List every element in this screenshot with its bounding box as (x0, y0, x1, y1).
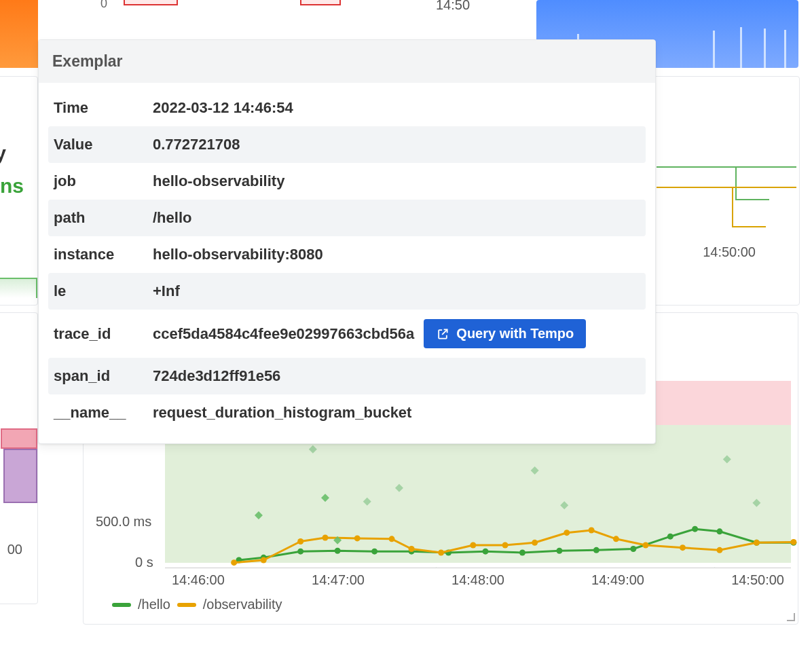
exemplar-row-job: job hello-observability (48, 163, 646, 200)
row-key: path (54, 209, 153, 227)
row-value: +Inf (153, 282, 640, 300)
legend-swatch-observability (177, 603, 196, 607)
row-value: 2022-03-12 14:46:54 (153, 99, 640, 117)
bg-left-stat-panel: y ns (0, 76, 38, 306)
red-bar-1 (124, 0, 178, 5)
bg-top-mini-chart: 0 14:50 (83, 0, 517, 27)
exemplar-row-value: Value 0.772721708 (48, 126, 646, 163)
chart-legend: /hello /observability (112, 597, 282, 612)
row-value: 0.772721708 (153, 136, 640, 153)
y-zero-label: 0 (100, 0, 107, 11)
tooltip-rows: Time 2022-03-12 14:46:54 Value 0.7727217… (39, 83, 655, 443)
y-tick-label: 500.0 ms (96, 514, 151, 530)
row-key: le (54, 282, 153, 300)
stat-text: y (0, 142, 6, 165)
svg-point-3 (335, 548, 341, 554)
svg-point-7 (483, 549, 489, 555)
svg-point-31 (643, 542, 649, 549)
svg-point-34 (754, 540, 760, 546)
bg-right-mini-panel: 14:50:00 (653, 76, 800, 306)
svg-point-25 (470, 542, 476, 549)
exemplar-row-trace-id: trace_id ccef5da4584c4fee9e02997663cbd56… (48, 310, 646, 358)
svg-point-12 (667, 534, 673, 540)
x-tick-label: 14:50:00 (703, 244, 756, 260)
x-tick: 14:48:00 (451, 572, 504, 589)
svg-point-18 (261, 557, 267, 563)
svg-point-11 (630, 546, 636, 552)
query-with-tempo-button[interactable]: Query with Tempo (424, 319, 586, 348)
row-value: hello-observability:8080 (153, 246, 640, 263)
x-tick: 14:49:00 (591, 572, 644, 589)
panel-resize-handle[interactable] (784, 610, 795, 621)
svg-point-14 (716, 528, 722, 534)
x-tick-labels: 14:46:00 14:47:00 14:48:00 14:49:00 14:5… (165, 572, 791, 589)
row-value: 724de3d12ff91e56 (153, 367, 640, 385)
purple-bar (3, 449, 37, 503)
row-value: request_duration_histogram_bucket (153, 404, 640, 422)
svg-point-35 (790, 539, 796, 545)
external-link-icon (436, 327, 449, 341)
x-tick-label: 14:50 (436, 0, 470, 13)
exemplar-row-name: __name__ request_duration_histogram_buck… (48, 394, 646, 431)
stat-unit: ns (0, 174, 24, 198)
legend-swatch-hello (112, 603, 131, 607)
exemplar-row-instance: instance hello-observability:8080 (48, 236, 646, 273)
bg-left-lower-panel: 00 (0, 312, 38, 604)
svg-point-22 (389, 536, 395, 542)
svg-point-27 (532, 540, 538, 546)
x-tick: 14:50:00 (731, 572, 784, 589)
exemplar-tooltip: Exemplar Time 2022-03-12 14:46:54 Value … (38, 39, 656, 444)
row-value: ccef5da4584c4fee9e02997663cbd56a (153, 325, 414, 343)
svg-point-20 (322, 535, 329, 541)
row-key: Value (54, 136, 153, 153)
tooltip-title: Exemplar (39, 40, 655, 83)
svg-point-26 (502, 542, 509, 549)
legend-label: /hello (138, 597, 170, 612)
svg-point-4 (371, 549, 377, 555)
x-tick: 14:47:00 (312, 572, 365, 589)
svg-point-29 (589, 528, 595, 534)
exemplar-row-le: le +Inf (48, 273, 646, 310)
exemplar-row-time: Time 2022-03-12 14:46:54 (48, 90, 646, 126)
x-tick-label: 00 (7, 542, 22, 557)
sparkline-green (0, 278, 37, 298)
svg-point-28 (564, 530, 570, 536)
row-key: instance (54, 246, 153, 263)
button-label: Query with Tempo (456, 326, 574, 341)
svg-point-30 (613, 536, 619, 542)
mini-plot (657, 158, 796, 240)
svg-point-8 (519, 550, 525, 556)
svg-point-19 (297, 538, 303, 544)
y-tick-label: 0 s (135, 555, 153, 570)
x-tick: 14:46:00 (172, 572, 225, 589)
row-key: trace_id (54, 325, 153, 343)
svg-point-33 (716, 547, 722, 553)
pink-bar (1, 428, 37, 449)
svg-point-23 (409, 546, 415, 552)
exemplar-row-span-id: span_id 724de3d12ff91e56 (48, 358, 646, 394)
legend-label: /observability (203, 597, 282, 612)
svg-point-2 (297, 549, 303, 555)
row-value: hello-observability (153, 172, 640, 190)
row-key: job (54, 172, 153, 190)
row-key: __name__ (54, 404, 153, 422)
svg-point-9 (556, 548, 562, 554)
bg-orange-panel (0, 0, 38, 68)
svg-point-10 (593, 547, 599, 553)
red-bar-2 (300, 0, 341, 5)
row-value: /hello (153, 209, 640, 227)
svg-point-21 (354, 535, 361, 541)
svg-point-32 (680, 544, 686, 551)
row-key: Time (54, 99, 153, 117)
exemplar-row-path: path /hello (48, 200, 646, 236)
row-key: span_id (54, 367, 153, 385)
svg-point-24 (438, 550, 444, 556)
svg-point-17 (231, 559, 237, 566)
x-axis-line (165, 568, 791, 568)
svg-point-13 (692, 526, 698, 532)
